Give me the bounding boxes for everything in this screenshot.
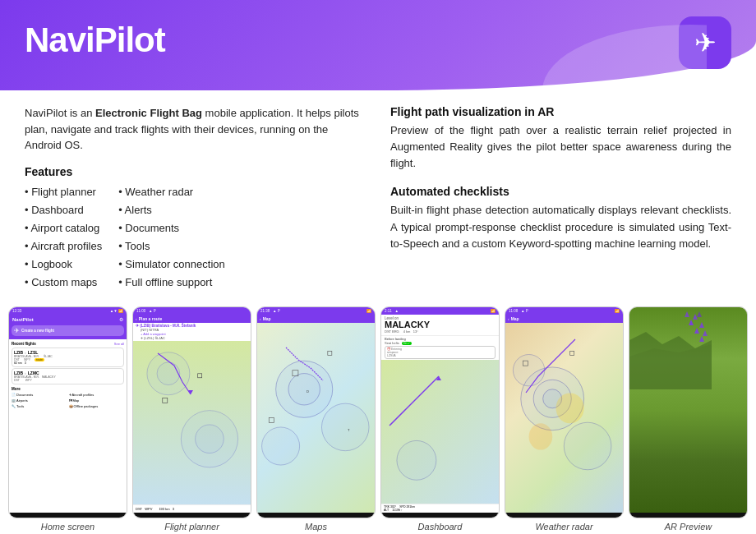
menu-offline[interactable]: 📦 Offline packages (69, 404, 125, 408)
checklist-section-title: Automated checklists (390, 185, 731, 198)
svg-rect-14 (269, 418, 274, 423)
weather-map-svg (505, 323, 623, 513)
planner-status-bar: 11:00 ▲ P (133, 307, 251, 315)
planner-bottom-bar (133, 513, 251, 518)
planner-nav: ‹ Plan a route (133, 315, 251, 323)
dash-seatbelt-label: Seat belts (385, 341, 399, 345)
planner-dist-val: 193 km 3 (159, 507, 174, 511)
screenshot-ar: AR Preview (629, 306, 748, 532)
ar-section-text: Preview of the flight path over a realis… (390, 122, 731, 172)
feature-item: Tools (118, 237, 225, 255)
weather-bottom-bar (505, 513, 623, 518)
dash-signal: 📶 (491, 309, 496, 313)
weather-back-icon[interactable]: ‹ (508, 316, 509, 321)
planner-map-svg (133, 341, 251, 504)
maps-screen-mock: 21:38 ▲ P 📶 ‹ Map (257, 307, 375, 518)
left-column: NaviPilot is an Electronic Flight Bag mo… (25, 105, 366, 292)
maps-main-area: D T (257, 323, 375, 513)
maps-bg: D T (257, 323, 375, 513)
home-body: Recent flights See all LZIB › LZSL BRATI… (9, 339, 127, 513)
app-icon: ✈ (679, 16, 731, 69)
ar-label: AR Preview (665, 522, 712, 532)
map-label: Map (73, 398, 80, 403)
offline-icon: 📦 (69, 404, 73, 408)
weather-label: Weather radar (535, 522, 592, 532)
feature-item: Weather radar (118, 183, 225, 201)
flight-card-2[interactable]: LZIB › LZMC BRATISLAVA - M.R. MALACKY DS… (12, 368, 124, 384)
maps-label: Maps (305, 522, 327, 532)
planner-nav-title: Plan a route (139, 316, 163, 321)
ar-section: Flight path visualization in AR Preview … (390, 105, 731, 172)
screenshot-weather: 11:08 ▲ P 📶 ‹ Map (505, 306, 624, 532)
dash-entering-airspace: ⏰ Enteringairspace:LZSI/A (385, 346, 496, 359)
home-screen-mock: 12:33 ▲▼ 📶 NaviPilot ⚙ ✈ Create a new fl… (9, 307, 127, 518)
screenshot-frame-maps: 21:38 ▲ P 📶 ‹ Map (256, 306, 376, 518)
dash-stats-row: TRK 302° SPD 291km ALT 1119ft ↑ (381, 504, 499, 513)
home-label: Home screen (41, 522, 94, 532)
home-create-section: ✈ Create a new flight (9, 324, 127, 339)
menu-tools[interactable]: 🔧 Tools (12, 404, 67, 408)
feature-item: Documents (118, 219, 225, 237)
svg-text:D: D (307, 390, 309, 394)
feature-item: Flight planner (25, 183, 102, 201)
menu-aircraft[interactable]: ✈ Aircraft profiles (69, 393, 125, 397)
checklist-section-text: Built-in flight phase detection automati… (390, 202, 731, 251)
see-all-link[interactable]: See all (114, 342, 124, 346)
feature-item: Airport catalog (25, 219, 102, 237)
plane-icon: ✈ (694, 27, 717, 58)
features-list-2: Weather radar Alerts Documents Tools Sim… (118, 183, 225, 292)
svg-point-18 (397, 441, 436, 481)
maps-nav: ‹ Map (257, 315, 375, 323)
intro-paragraph: NaviPilot is an Electronic Flight Bag mo… (25, 105, 366, 154)
maps-time: 21:38 ▲ P (260, 309, 280, 313)
maps-back-icon[interactable]: ‹ (260, 316, 261, 321)
home-status-bar: 12:33 ▲▼ 📶 (9, 307, 127, 315)
feature-item: Simulator connection (118, 255, 225, 274)
maps-nav-title: Map (263, 316, 271, 321)
features-list-1: Flight planner Dashboard Airport catalog… (25, 183, 102, 292)
dash-time: 2:11 ▲ (385, 309, 399, 313)
airports-icon: 🏢 (12, 398, 16, 403)
header: NaviPilot ✈ (0, 0, 756, 90)
intro-bold-text: Electronic Flight Bag (95, 107, 202, 119)
feature-item: Dashboard (25, 201, 102, 219)
screenshot-frame-ar (629, 306, 748, 518)
screenshot-frame-planner: 11:00 ▲ P ‹ Plan a route ✈ (LZIB) Bratis… (132, 306, 251, 518)
recent-flights-header: Recent flights See all (9, 341, 127, 347)
menu-row-3: 🔧 Tools 📦 Offline packages (9, 403, 127, 409)
svg-marker-37 (697, 311, 702, 317)
menu-airports[interactable]: 🏢 Airports (12, 398, 67, 403)
feature-item: Custom maps (25, 274, 102, 292)
home-nav-bar: NaviPilot ⚙ (9, 315, 127, 324)
dash-status-bar: 2:11 ▲ 📶 (381, 307, 499, 315)
maps-status-bar: 21:38 ▲ P 📶 (257, 307, 375, 315)
dash-checklist-area: Before landing Seat belts On ✓ ⏰ Enterin… (381, 335, 499, 360)
menu-documents[interactable]: 📄 Documents (12, 393, 67, 397)
feature-item: Logbook (25, 255, 102, 274)
screenshot-frame-weather: 11:08 ▲ P 📶 ‹ Map (505, 306, 624, 518)
home-create-btn[interactable]: ✈ Create a new flight (12, 325, 124, 336)
planner-back-icon[interactable]: ‹ (136, 316, 137, 321)
airports-label: Airports (16, 398, 28, 403)
svg-rect-7 (198, 374, 202, 378)
screenshot-frame-dashboard: 2:11 ▲ 📶 Level on MALACKY DST BRG 4 km 1… (380, 306, 500, 518)
ar-section-title: Flight path visualization in AR (390, 105, 731, 118)
flight-card-1[interactable]: LZIB › LZSL BRATISLAVA - M.R. ŠLJAC DST … (12, 348, 124, 367)
planner-map-bg (133, 341, 251, 504)
screenshot-dashboard: 2:11 ▲ 📶 Level on MALACKY DST BRG 4 km 1… (380, 306, 500, 532)
menu-row-2: 🏢 Airports 🗺 Map (9, 398, 127, 403)
offline-label: Offline packages (74, 404, 99, 408)
dash-map-preview (381, 360, 499, 504)
docs-icon: 📄 (12, 393, 16, 397)
dashboard-label: Dashboard (418, 522, 463, 532)
menu-map[interactable]: 🗺 Map (69, 398, 125, 403)
app-title: NaviPilot (25, 21, 165, 60)
flight-dist-1: 82 nm 3 (14, 361, 122, 365)
more-section-label: More (9, 385, 127, 392)
home-bottom-bar (9, 513, 127, 518)
svg-marker-33 (693, 314, 698, 320)
dashboard-screen-mock: 2:11 ▲ 📶 Level on MALACKY DST BRG 4 km 1… (381, 307, 499, 518)
planner-label: Flight planner (164, 522, 219, 532)
svg-marker-30 (689, 320, 694, 325)
home-time: 12:33 (12, 309, 21, 313)
